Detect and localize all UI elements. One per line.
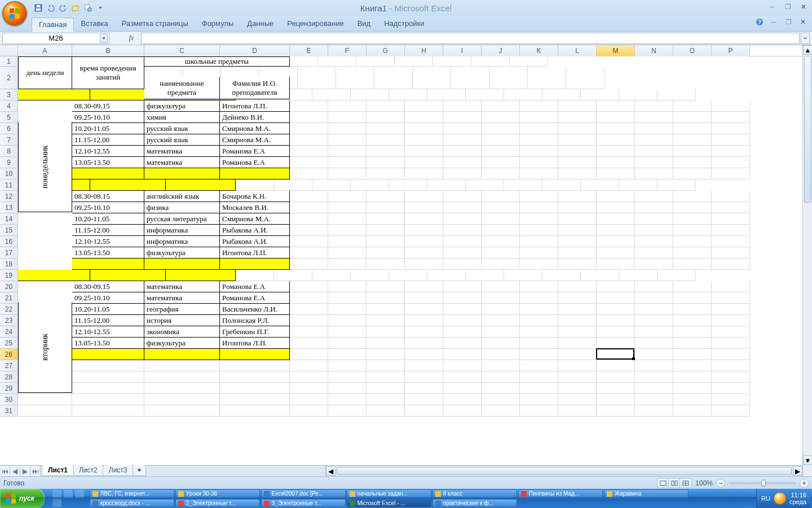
- cell[interactable]: [657, 89, 696, 100]
- row-header-9[interactable]: 9: [0, 157, 18, 168]
- cell[interactable]: [542, 270, 581, 281]
- cell[interactable]: [374, 67, 413, 89]
- name-box-dropdown-icon[interactable]: [100, 34, 108, 43]
- cell[interactable]: [520, 259, 558, 270]
- cell[interactable]: 09.25-10.10: [72, 112, 144, 123]
- cell[interactable]: русский язык: [144, 134, 220, 146]
- cell[interactable]: [290, 349, 328, 360]
- cell[interactable]: [405, 225, 443, 236]
- cell[interactable]: [712, 338, 750, 349]
- view-page-break-icon[interactable]: [680, 479, 691, 488]
- cell[interactable]: [619, 179, 657, 191]
- cell[interactable]: [328, 304, 367, 315]
- cell[interactable]: 08.30-09.15: [72, 191, 144, 202]
- cell[interactable]: [673, 349, 712, 360]
- cell[interactable]: [482, 123, 520, 134]
- cell[interactable]: [328, 168, 367, 179]
- cell[interactable]: [712, 315, 750, 326]
- cell[interactable]: [520, 326, 558, 338]
- cell[interactable]: [405, 281, 443, 292]
- cell[interactable]: [635, 326, 673, 338]
- taskbar-item[interactable]: 8 класс: [433, 489, 517, 498]
- cell[interactable]: [597, 349, 635, 360]
- cell[interactable]: [597, 146, 635, 157]
- cell[interactable]: [427, 179, 466, 191]
- cell[interactable]: [236, 270, 274, 281]
- cell[interactable]: [482, 292, 520, 304]
- formula-expand-icon[interactable]: [801, 33, 810, 44]
- cell[interactable]: [290, 168, 328, 179]
- cell[interactable]: [673, 371, 712, 383]
- cell[interactable]: [597, 191, 635, 202]
- cell[interactable]: [558, 304, 597, 315]
- cell[interactable]: [673, 259, 712, 270]
- cell[interactable]: русский язык: [144, 123, 220, 134]
- ribbon-tab-Рецензирование[interactable]: Рецензирование: [280, 17, 350, 31]
- vertical-scrollbar[interactable]: ▲ ▼: [802, 45, 812, 476]
- cell[interactable]: [405, 100, 443, 112]
- sheet-tab-Лист2[interactable]: Лист2: [73, 465, 104, 476]
- cell[interactable]: [328, 247, 367, 259]
- cell[interactable]: [328, 292, 367, 304]
- cell[interactable]: [482, 213, 520, 225]
- cell[interactable]: [443, 349, 482, 360]
- cell[interactable]: [673, 326, 712, 338]
- cell[interactable]: [274, 179, 312, 191]
- row-header-2[interactable]: 2: [0, 67, 18, 89]
- cell[interactable]: [367, 236, 405, 247]
- cell[interactable]: [220, 394, 290, 405]
- cell[interactable]: [673, 360, 712, 371]
- cell[interactable]: [635, 349, 673, 360]
- cell[interactable]: [581, 270, 619, 281]
- cell[interactable]: [443, 394, 482, 405]
- cell[interactable]: [712, 168, 750, 179]
- cell[interactable]: [635, 394, 673, 405]
- cell[interactable]: [367, 281, 405, 292]
- cell[interactable]: [673, 383, 712, 394]
- cell[interactable]: [712, 213, 750, 225]
- cell[interactable]: [597, 112, 635, 123]
- cell[interactable]: [220, 405, 290, 417]
- workbook-minimize-button[interactable]: ─: [769, 18, 778, 26]
- cell[interactable]: [635, 146, 673, 157]
- cell[interactable]: [657, 179, 696, 191]
- cell[interactable]: [290, 371, 328, 383]
- cell[interactable]: [328, 100, 367, 112]
- cell[interactable]: [520, 225, 558, 236]
- cell[interactable]: [367, 100, 405, 112]
- cell[interactable]: география: [144, 304, 220, 315]
- cell[interactable]: [712, 383, 750, 394]
- cell[interactable]: Рыбакова А.И.: [220, 236, 290, 247]
- cell[interactable]: [520, 146, 558, 157]
- cell[interactable]: [712, 405, 750, 417]
- cell[interactable]: [328, 191, 367, 202]
- cell[interactable]: [220, 168, 290, 179]
- cell[interactable]: [520, 112, 558, 123]
- cell[interactable]: [443, 281, 482, 292]
- cell[interactable]: [635, 202, 673, 213]
- ql-chrome-icon[interactable]: [52, 490, 61, 498]
- cell[interactable]: 13.05-13.50: [72, 157, 144, 168]
- row-header-1[interactable]: 1: [0, 56, 18, 67]
- cell[interactable]: [635, 338, 673, 349]
- cell[interactable]: [144, 259, 220, 270]
- cell[interactable]: [144, 394, 220, 405]
- cell[interactable]: [328, 225, 367, 236]
- cell[interactable]: [712, 123, 750, 134]
- cell[interactable]: [405, 315, 443, 326]
- cell[interactable]: [144, 168, 220, 179]
- cell[interactable]: 09.25-10.10: [72, 292, 144, 304]
- name-box[interactable]: M26: [2, 33, 109, 44]
- cell[interactable]: [619, 89, 657, 100]
- cell[interactable]: [367, 225, 405, 236]
- column-header-A[interactable]: A: [18, 45, 72, 56]
- cell[interactable]: [290, 146, 328, 157]
- cell[interactable]: [712, 371, 750, 383]
- cell[interactable]: [427, 89, 466, 100]
- cell[interactable]: Романова Е.А: [220, 146, 290, 157]
- column-header-C[interactable]: C: [144, 45, 220, 56]
- cell[interactable]: [312, 89, 351, 100]
- row-header-11[interactable]: 11: [0, 179, 18, 191]
- cell[interactable]: [673, 304, 712, 315]
- cell[interactable]: 11.15-12.00: [72, 134, 144, 146]
